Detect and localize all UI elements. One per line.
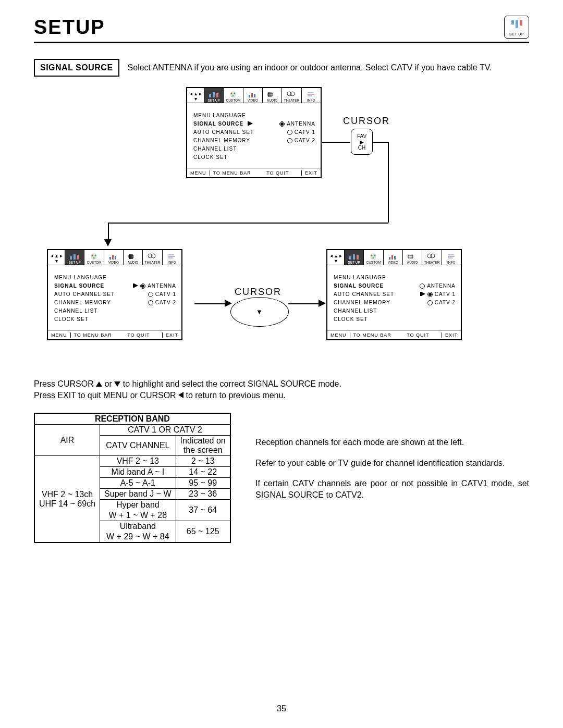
svg-rect-34 xyxy=(132,254,133,259)
option-catv1: CATV 1 xyxy=(287,128,315,137)
svg-point-56 xyxy=(431,254,435,258)
page-number: 35 xyxy=(0,704,563,713)
remote-cursor-oval: ▼ xyxy=(230,297,289,327)
menu-item-signal-source: SIGNAL SOURCE xyxy=(334,282,384,290)
col-air: AIR xyxy=(34,425,100,456)
svg-rect-1 xyxy=(213,92,215,97)
svg-rect-54 xyxy=(412,254,412,259)
cursor-down-icon xyxy=(114,381,120,387)
footer-menu: MENU xyxy=(327,332,350,338)
svg-rect-48 xyxy=(391,255,393,260)
arrow-right-icon xyxy=(225,300,232,307)
svg-rect-40 xyxy=(349,256,351,260)
menu-item: CLOCK SET xyxy=(54,315,89,324)
footer-exit: EXIT xyxy=(301,170,321,176)
footer-to-quit: TO QUIT xyxy=(403,332,432,338)
option-antenna: ANTENNA xyxy=(420,282,456,290)
menu-item: AUTO CHANNEL SET xyxy=(334,290,394,299)
tab-setup: SET UP xyxy=(344,250,363,265)
table-cell: Mid band A ~ I xyxy=(100,467,176,478)
svg-rect-27 xyxy=(109,257,111,260)
table-cell: A-5 ~ A-1 xyxy=(100,478,176,489)
arrow-right-icon xyxy=(133,282,138,290)
footer-to-quit: TO QUIT xyxy=(124,332,153,338)
svg-point-24 xyxy=(92,255,93,256)
menu-item-signal-source: SIGNAL SOURCE xyxy=(193,121,243,127)
option-catv1: CATV 1 xyxy=(148,290,176,299)
menu-item: CHANNEL MEMORY xyxy=(334,299,390,307)
svg-point-25 xyxy=(95,255,96,256)
tab-custom: CUSTOM xyxy=(84,250,103,265)
svg-rect-49 xyxy=(394,256,396,260)
menu-item: AUTO CHANNEL SET xyxy=(193,128,254,137)
setup-icon: SET UP xyxy=(504,16,529,39)
tab-info: INFO xyxy=(442,250,461,265)
nav-arrows-icon: ◂▴▸▾ xyxy=(187,88,204,103)
option-catv1-selected: CATV 1 xyxy=(420,290,456,299)
table-cell: Super band J ~ W xyxy=(100,489,176,500)
menu-item: CHANNEL LIST xyxy=(193,145,237,153)
svg-rect-14 xyxy=(272,92,272,97)
svg-point-36 xyxy=(151,254,155,258)
tab-theater: THEATER xyxy=(142,250,162,265)
arrow-down-icon xyxy=(104,239,112,246)
menu-item: CHANNEL MEMORY xyxy=(54,299,111,307)
tab-info: INFO xyxy=(301,88,321,103)
footer-exit: EXIT xyxy=(162,332,181,338)
svg-rect-11 xyxy=(268,92,269,97)
tab-audio: AUDIO xyxy=(402,250,422,265)
svg-rect-31 xyxy=(129,254,130,259)
svg-rect-20 xyxy=(70,256,72,260)
tab-custom: CUSTOM xyxy=(223,88,242,103)
svg-point-46 xyxy=(373,257,374,259)
tab-theater: THEATER xyxy=(282,88,301,103)
cursor-label: CURSOR xyxy=(343,116,390,127)
footer-menu: MENU xyxy=(48,332,71,338)
signal-source-description: Select ANTENNA if you are using an indoo… xyxy=(128,63,492,73)
col-catv-hdr: CATV 1 OR CATV 2 xyxy=(100,425,230,436)
svg-rect-0 xyxy=(209,94,211,97)
tab-theater: THEATER xyxy=(422,250,441,265)
table-cell: Hyper band xyxy=(100,500,176,511)
svg-point-26 xyxy=(93,257,95,259)
col-catv-channel: CATV CHANNEL xyxy=(100,436,176,456)
svg-point-4 xyxy=(231,93,232,94)
table-cell: 95 ~ 99 xyxy=(176,478,230,489)
svg-point-16 xyxy=(290,92,295,96)
reception-band-table: RECEPTION BAND AIR CATV 1 OR CATV 2 CATV… xyxy=(34,413,231,543)
option-antenna-selected: ANTENNA xyxy=(133,282,176,290)
tab-audio: AUDIO xyxy=(123,250,142,265)
arrow-right-icon xyxy=(248,120,253,128)
table-cell: VHF 2 ~ 13 xyxy=(100,456,176,467)
svg-point-5 xyxy=(234,93,236,94)
table-cell: W + 29 ~ W + 84 xyxy=(100,532,176,542)
tab-audio: AUDIO xyxy=(262,88,282,103)
page-title: SETUP xyxy=(34,16,105,39)
osd-panel-right: ◂▴▸▾ SET UP CUSTOM VIDEO AUDIO THEATER I… xyxy=(326,249,462,340)
table-cell: 14 ~ 22 xyxy=(176,467,230,478)
svg-rect-9 xyxy=(254,94,255,97)
cursor-left-icon xyxy=(178,392,183,398)
menu-item: MENU LANGUAGE xyxy=(334,274,386,282)
table-cell: 2 ~ 13 xyxy=(176,456,230,467)
footer-exit: EXIT xyxy=(442,332,461,338)
svg-rect-21 xyxy=(74,254,76,260)
svg-point-45 xyxy=(374,255,376,256)
nav-arrows-icon: ◂▴▸▾ xyxy=(327,250,344,265)
tab-setup: SET UP xyxy=(204,88,223,103)
col-indicated: Indicated onthe screen xyxy=(176,436,230,456)
cursor-up-icon xyxy=(96,381,102,387)
menu-item: AUTO CHANNEL SET xyxy=(54,290,115,299)
osd-panel-top: ◂▴▸▾ SET UP CUSTOM VIDEO AUDIO THEATER I… xyxy=(186,87,322,178)
svg-rect-8 xyxy=(251,93,253,97)
svg-rect-13 xyxy=(271,92,271,97)
svg-rect-47 xyxy=(389,257,390,260)
arrow-right-icon xyxy=(319,300,326,307)
svg-rect-41 xyxy=(353,254,355,260)
option-antenna: ANTENNA xyxy=(279,120,315,128)
svg-rect-28 xyxy=(112,255,114,260)
tab-video: VIDEO xyxy=(383,250,402,265)
footer-menu: MENU xyxy=(187,170,210,176)
air-row: VHF 2 ~ 13chUHF 14 ~ 69ch xyxy=(34,456,100,543)
svg-rect-53 xyxy=(411,254,411,259)
